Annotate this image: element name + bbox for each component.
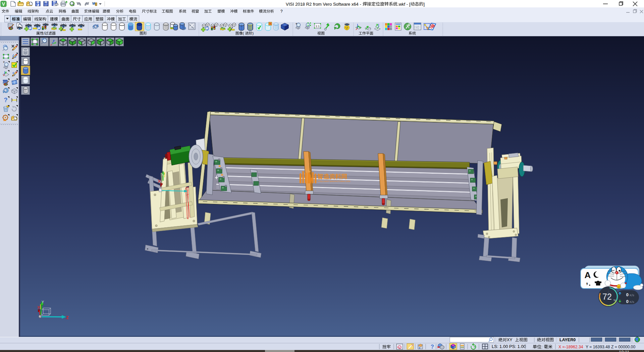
svg-text:0: 0 [626,292,629,297]
svg-text:0: 0 [626,299,629,304]
svg-text:INTELLIGENT MANUFACTURING DATA: INTELLIGENT MANUFACTURING DATA [318,180,351,182]
svg-text:+: + [3,60,5,64]
svg-text::: : [541,344,543,349]
svg-text:V: V [2,1,5,7]
svg-text:Z = 00000.00: Z = 00000.00 [611,345,635,349]
svg-text:10:11: 10:11 [619,350,630,352]
svg-text:72: 72 [602,292,612,301]
svg-text:LS: 1.00 PS: 1.00: LS: 1.00 PS: 1.00 [492,344,526,349]
svg-text:(: ( [243,31,244,35]
svg-text:?: ? [431,344,434,350]
svg-text:+: + [474,345,475,349]
svg-text:.wkf - [: .wkf - [ [397,2,411,7]
svg-text:]: ] [423,2,425,7]
svg-text:?: ? [4,97,8,103]
svg-text:VISI 2018 R2 from Vero Softwar: VISI 2018 R2 from Vero Software x64 - [286,2,361,7]
svg-text:XY: XY [507,338,512,342]
svg-text:K/s: K/s [630,300,634,304]
svg-text:Y: Y [161,173,164,177]
svg-text:,: , [586,277,588,285]
svg-text:Y = 16393.48: Y = 16393.48 [586,345,610,349]
svg-text:K/s: K/s [630,293,634,297]
svg-text:1:1: 1:1 [316,25,320,28]
svg-text:%: % [613,299,616,302]
svg-text:LAYER0: LAYER0 [559,338,576,342]
svg-text:?: ? [280,9,283,14]
svg-text:X =-18962.34: X =-18962.34 [558,345,583,349]
svg-text:+: + [296,22,297,26]
svg-text:): ) [253,31,254,35]
svg-text:Z: Z [66,315,69,320]
svg-text:Y: Y [42,300,44,304]
